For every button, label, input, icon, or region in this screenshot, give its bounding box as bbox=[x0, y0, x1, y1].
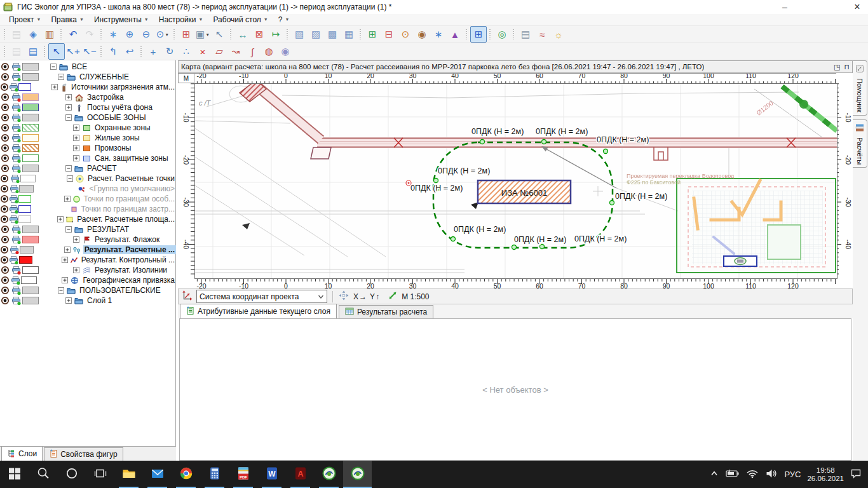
menu-инструменты[interactable]: Инструменты▼ bbox=[89, 15, 154, 25]
measure-delete-button[interactable]: ⊠ bbox=[251, 26, 268, 43]
layer-style-swatch[interactable] bbox=[18, 205, 31, 213]
expand-plus-icon[interactable] bbox=[73, 125, 80, 132]
printer-icon[interactable] bbox=[10, 133, 22, 142]
tab-calculation-results[interactable]: Результаты расчета bbox=[339, 305, 433, 318]
point-move-button[interactable]: ∗ bbox=[430, 26, 447, 43]
printer-icon[interactable] bbox=[10, 62, 22, 71]
printer-icon[interactable] bbox=[9, 83, 18, 92]
taskbar-explorer[interactable] bbox=[114, 461, 143, 488]
taskbar-pdf[interactable]: PDF bbox=[229, 461, 257, 488]
map-canvas[interactable]: Ø1200 bbox=[195, 84, 837, 278]
action-center-icon[interactable] bbox=[850, 468, 862, 480]
layer-label[interactable]: Сан. защитные зоны bbox=[93, 154, 170, 163]
mesh-region-button[interactable]: ◍ bbox=[261, 43, 277, 60]
taskbar-mail[interactable] bbox=[143, 461, 172, 488]
visibility-eye-icon[interactable] bbox=[0, 144, 10, 152]
layer-style-swatch[interactable] bbox=[20, 175, 36, 182]
expand-minus-icon[interactable] bbox=[65, 226, 72, 233]
taskbar-calculator[interactable] bbox=[200, 461, 229, 488]
layer-style-swatch[interactable] bbox=[22, 124, 39, 132]
layer-row[interactable]: ВСЕ bbox=[0, 62, 176, 72]
menu-настройки[interactable]: Настройки▼ bbox=[154, 15, 208, 25]
printer-icon[interactable] bbox=[10, 103, 22, 112]
visibility-eye-icon[interactable] bbox=[0, 184, 9, 193]
layer-style-swatch[interactable] bbox=[22, 114, 39, 121]
layer-row[interactable]: Жилые зоны bbox=[0, 133, 176, 143]
layer-row[interactable]: Результат. Расчетные ... bbox=[0, 245, 176, 255]
layer-row[interactable]: <Группа по умолчанию> bbox=[0, 184, 176, 194]
emission-source[interactable]: ИЗА №6001 bbox=[478, 180, 571, 203]
layer-row[interactable]: Точки по границам застр... bbox=[0, 204, 176, 214]
visibility-eye-icon[interactable] bbox=[0, 72, 10, 81]
layer-label[interactable]: Жилые зоны bbox=[93, 133, 141, 142]
select-by-object-button[interactable]: ↰ bbox=[105, 43, 121, 60]
printer-icon[interactable] bbox=[9, 245, 20, 254]
layer-row[interactable]: РЕЗУЛЬТАТ bbox=[0, 224, 176, 234]
visibility-eye-icon[interactable] bbox=[0, 194, 9, 203]
visibility-eye-icon[interactable] bbox=[0, 154, 10, 163]
layer-label[interactable]: Посты учёта фона bbox=[86, 103, 154, 112]
pan-button[interactable]: ∗ bbox=[105, 26, 121, 43]
edit-contour-button[interactable]: ▱ bbox=[211, 43, 227, 60]
layer-style-swatch[interactable] bbox=[22, 63, 39, 71]
visibility-eye-icon[interactable] bbox=[0, 205, 9, 214]
area-intersect-button[interactable]: ▨ bbox=[308, 26, 324, 43]
visibility-eye-icon[interactable] bbox=[0, 133, 10, 142]
layer-row[interactable]: Застройка bbox=[0, 92, 176, 102]
language-indicator[interactable]: РУС bbox=[784, 470, 801, 479]
layer-style-swatch[interactable] bbox=[22, 154, 39, 162]
expand-plus-icon[interactable] bbox=[73, 145, 80, 152]
layer-label[interactable]: Источники загрязнения атм... bbox=[70, 83, 176, 92]
tray-expand-icon[interactable] bbox=[709, 468, 719, 480]
taskbar-autocad[interactable]: A bbox=[286, 461, 315, 488]
taskbar-search[interactable] bbox=[29, 461, 57, 488]
expand-plus-icon[interactable] bbox=[57, 216, 64, 223]
layer-label[interactable]: Расчет. Расчетные точки bbox=[86, 174, 176, 183]
expand-minus-icon[interactable] bbox=[58, 287, 65, 294]
visibility-eye-icon[interactable] bbox=[0, 296, 10, 305]
visibility-eye-icon[interactable] bbox=[0, 286, 10, 295]
select-add-button[interactable]: ↖+ bbox=[65, 43, 81, 60]
expand-plus-icon[interactable] bbox=[62, 277, 69, 284]
print-map-button[interactable]: ▤ bbox=[517, 26, 534, 43]
menu--[interactable]: ?▼ bbox=[273, 15, 295, 25]
visibility-eye-icon[interactable] bbox=[0, 225, 10, 234]
taskbar-taskview[interactable] bbox=[86, 461, 114, 488]
expand-minus-icon[interactable] bbox=[65, 114, 72, 121]
expand-minus-icon[interactable] bbox=[50, 64, 57, 71]
printer-icon[interactable] bbox=[9, 184, 19, 193]
expand-plus-icon[interactable] bbox=[73, 236, 80, 243]
undo-button[interactable]: ↶ bbox=[65, 26, 81, 43]
rotate-object-button[interactable]: ↻ bbox=[161, 43, 178, 60]
layer-row[interactable]: СЛУЖЕБНЫЕ bbox=[0, 72, 176, 82]
printer-icon[interactable] bbox=[10, 296, 22, 305]
point-delete-button[interactable]: ⊟ bbox=[381, 26, 397, 43]
area-subtract-button[interactable]: ▩ bbox=[324, 26, 341, 43]
layer-row[interactable]: РАСЧЕТ bbox=[0, 163, 176, 173]
layer-style-swatch[interactable] bbox=[22, 104, 39, 111]
zoom-to-selection-button[interactable]: ◎ bbox=[494, 26, 510, 43]
expand-plus-icon[interactable] bbox=[64, 196, 71, 203]
edit-nodes-button[interactable]: ∴ bbox=[178, 43, 194, 60]
printer-icon[interactable] bbox=[9, 215, 18, 224]
layer-style-swatch[interactable] bbox=[18, 83, 31, 91]
layer-row[interactable]: ОСОБЫЕ ЗОНЫ bbox=[0, 112, 176, 123]
layer-row[interactable]: Географическая привязка bbox=[0, 275, 176, 285]
printer-icon[interactable] bbox=[10, 144, 22, 152]
layer-label[interactable]: Результат. Изолинии bbox=[93, 266, 168, 274]
delete-object-button[interactable]: × bbox=[194, 43, 211, 60]
visibility-eye-icon[interactable] bbox=[0, 235, 10, 244]
taskbar-chrome[interactable] bbox=[172, 461, 200, 488]
printer-icon[interactable] bbox=[10, 286, 22, 295]
printer-icon[interactable] bbox=[10, 164, 22, 173]
taskbar-cortana[interactable] bbox=[57, 461, 86, 488]
export-map-button[interactable]: ◈ bbox=[25, 26, 41, 43]
layer-row[interactable]: Посты учёта фона bbox=[0, 102, 176, 112]
layer-label[interactable]: Расчет. Расчетные площа... bbox=[76, 215, 176, 224]
layer-row[interactable]: Промзоны bbox=[0, 143, 176, 153]
pick-object-button[interactable]: ↖ bbox=[211, 26, 227, 43]
menu-правка[interactable]: Правка▼ bbox=[46, 15, 88, 25]
print-preview-button[interactable]: ▤ bbox=[8, 26, 25, 43]
layer-row[interactable]: Сан. защитные зоны bbox=[0, 153, 176, 163]
close-button[interactable]: × bbox=[846, 1, 868, 14]
